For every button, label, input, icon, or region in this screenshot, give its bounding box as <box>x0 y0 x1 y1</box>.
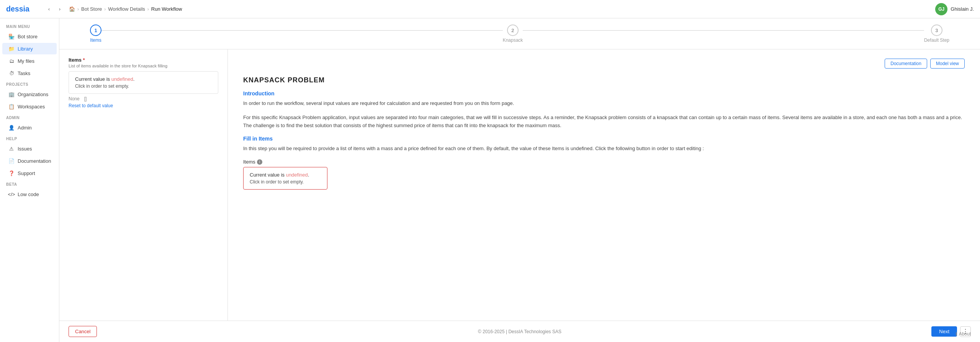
documentation-button[interactable]: Documentation <box>885 59 927 69</box>
click-hint: Click in order to set empty. <box>75 83 212 89</box>
step-2: 2 Knapsack <box>503 25 523 43</box>
doc-icon: 📄 <box>8 158 15 164</box>
required-marker: * <box>82 57 85 63</box>
two-col-layout: Items * List of items available in the s… <box>59 49 980 321</box>
field-description: List of items available in the store for… <box>69 64 218 68</box>
left-panel: Items * List of items available in the s… <box>59 49 228 321</box>
footer-about[interactable]: ℹ About <box>955 331 971 337</box>
undefined-value: undefined <box>111 76 133 82</box>
breadcrumb-home[interactable]: 🏠 <box>69 6 75 12</box>
sidebar-issues-label: Issues <box>18 146 32 152</box>
reset-button[interactable]: Reset to default value <box>69 103 113 108</box>
sidebar-support-label: Support <box>18 170 35 176</box>
avatar: GJ <box>935 3 947 15</box>
sidebar-item-admin[interactable]: 👤 Admin <box>2 122 57 133</box>
breadcrumb-workflow-details[interactable]: Workflow Details <box>108 6 145 12</box>
admin-label: Admin <box>0 113 59 121</box>
cancel-button[interactable]: Cancel <box>69 326 97 337</box>
library-icon: 📁 <box>8 46 15 52</box>
footer: Cancel © 2016-2025 | DessIA Technologies… <box>59 321 980 342</box>
field-label: Items * <box>69 57 218 63</box>
top-header: dessia ‹ › 🏠 › Bot Store › Workflow Deta… <box>0 0 980 18</box>
step-2-circle: 2 <box>507 25 519 36</box>
sidebar-item-my-files[interactable]: 🗂 My files <box>2 55 57 67</box>
none-row: None [] <box>69 96 218 101</box>
step-3-circle: 3 <box>931 25 942 36</box>
issues-icon: ⚠ <box>8 146 15 152</box>
breadcrumb-run-workflow: Run Workflow <box>151 6 182 12</box>
sidebar-item-workspaces[interactable]: 📋 Workspaces <box>2 101 57 112</box>
sidebar-item-issues[interactable]: ⚠ Issues <box>2 143 57 154</box>
fill-items-body: In this step you will be required to pro… <box>243 145 965 153</box>
nav-back-button[interactable]: ‹ <box>44 5 54 14</box>
sidebar: Main menu 🏪 Bot store 📁 Library 🗂 My fil… <box>0 18 59 342</box>
embed-undefined: undefined <box>286 172 308 178</box>
step-line-1 <box>101 30 503 31</box>
step-1-circle: 1 <box>90 25 101 36</box>
about-label: About <box>959 331 971 337</box>
model-view-button[interactable]: Model view <box>930 59 965 69</box>
tasks-icon: ⏱ <box>8 70 15 76</box>
sidebar-item-support[interactable]: ❓ Support <box>2 167 57 179</box>
step-1-label: Items <box>90 38 101 43</box>
knapsack-title: KNAPSACK PROBLEM <box>243 76 965 84</box>
support-icon: ❓ <box>8 170 15 176</box>
intro-body-2: For this specific Knapsack Problem appli… <box>243 114 965 130</box>
step-1: 1 Items <box>90 25 101 43</box>
main-menu-label: Main menu <box>0 21 59 30</box>
nav-forward-button[interactable]: › <box>55 5 64 14</box>
embed-value-box[interactable]: Current value is undefined. Click in ord… <box>243 167 327 190</box>
fill-items-heading: Fill in Items <box>243 136 965 142</box>
next-button[interactable]: Next <box>931 326 957 337</box>
stepper: 1 Items 2 Knapsack 3 Default Step <box>59 18 980 49</box>
right-panel: Documentation Model view KNAPSACK PROBLE… <box>228 49 980 321</box>
sidebar-bot-store-label: Bot store <box>18 34 38 39</box>
sidebar-my-files-label: My files <box>18 58 34 64</box>
user-name: Ghislain J. <box>951 6 974 12</box>
logo: dessia <box>6 4 37 15</box>
about-icon: ℹ <box>955 331 957 337</box>
step-3-label: Default Step <box>924 38 949 43</box>
content-area: 1 Items 2 Knapsack 3 Default Step <box>59 18 980 342</box>
folder-icon: 🗂 <box>8 58 15 64</box>
current-value-line: Current value is undefined. <box>75 76 212 82</box>
sidebar-item-organizations[interactable]: 🏢 Organizations <box>2 88 57 100</box>
embed-current-value: Current value is undefined. <box>250 172 321 178</box>
sidebar-admin-label: Admin <box>18 125 32 131</box>
footer-copyright: © 2016-2025 | DessIA Technologies SAS <box>478 329 561 334</box>
intro-body: In order to run the workflow, several in… <box>243 100 965 108</box>
beta-label: Beta <box>0 179 59 188</box>
breadcrumb-bot-store[interactable]: Bot Store <box>81 6 102 12</box>
breadcrumb-sep-2: › <box>104 7 106 12</box>
svg-text:dessia: dessia <box>6 5 29 13</box>
none-label: None <box>69 96 80 101</box>
nav-arrows: ‹ › <box>44 5 64 14</box>
sidebar-low-code-label: Low code <box>18 191 39 197</box>
sidebar-item-documentation[interactable]: 📄 Documentation <box>2 155 57 167</box>
breadcrumb-sep-1: › <box>77 7 79 12</box>
breadcrumb-sep-3: › <box>147 7 149 12</box>
intro-heading: Introduction <box>243 90 965 97</box>
code-icon: </> <box>8 191 15 197</box>
sidebar-library-label: Library <box>18 46 33 52</box>
breadcrumb: 🏠 › Bot Store › Workflow Details › Run W… <box>69 6 931 12</box>
help-label: Help <box>0 134 59 142</box>
sidebar-item-tasks[interactable]: ⏱ Tasks <box>2 67 57 79</box>
sidebar-item-bot-store[interactable]: 🏪 Bot store <box>2 31 57 42</box>
doc-header-row: Documentation Model view <box>243 59 965 69</box>
admin-icon: 👤 <box>8 124 15 131</box>
header-right: GJ Ghislain J. <box>935 3 974 15</box>
steps-row: 1 Items 2 Knapsack 3 Default Step <box>90 25 949 43</box>
sidebar-item-low-code[interactable]: </> Low code <box>2 188 57 200</box>
step-line-2 <box>523 30 924 31</box>
org-icon: 🏢 <box>8 91 15 97</box>
sidebar-workspaces-label: Workspaces <box>18 104 45 110</box>
step-3: 3 Default Step <box>924 25 949 43</box>
footer-left: Cancel <box>69 326 97 337</box>
embed-items-label: Items i <box>243 159 965 165</box>
sidebar-tasks-label: Tasks <box>18 70 30 76</box>
sidebar-item-library[interactable]: 📁 Library <box>2 43 57 54</box>
embed-click-hint: Click in order to set empty. <box>250 179 321 185</box>
workspace-icon: 📋 <box>8 103 15 110</box>
value-box[interactable]: Current value is undefined. Click in ord… <box>69 71 218 94</box>
